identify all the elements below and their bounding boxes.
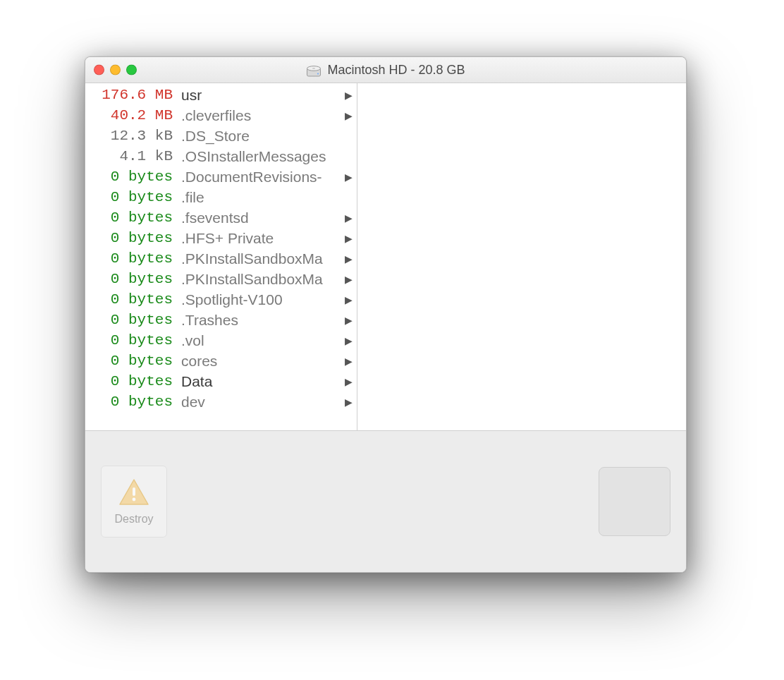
file-name: .PKInstallSandboxMa (181, 271, 343, 288)
expand-arrow-icon[interactable]: ▶ (343, 294, 353, 305)
file-row[interactable]: 0 bytes.PKInstallSandboxMa▶ (85, 248, 357, 269)
expand-arrow-icon[interactable]: ▶ (343, 356, 353, 367)
file-row[interactable]: 0 bytescores▶ (85, 351, 357, 371)
expand-arrow-icon[interactable]: ▶ (343, 212, 353, 224)
file-name: usr (181, 87, 343, 104)
detail-pane (357, 83, 686, 430)
file-row[interactable]: 0 bytes.Trashes▶ (85, 310, 357, 330)
window-title-wrap: Macintosh HD - 20.8 GB (306, 62, 465, 78)
destroy-button[interactable]: Destroy (101, 466, 167, 538)
expand-arrow-icon[interactable]: ▶ (343, 315, 353, 326)
file-size: 40.2 MB (87, 107, 181, 123)
file-row[interactable]: 0 bytes.Spotlight-V100▶ (85, 289, 357, 310)
svg-rect-4 (133, 487, 135, 496)
file-name: .fseventsd (181, 210, 343, 226)
app-window: Macintosh HD - 20.8 GB 176.6 MBusr▶40.2 … (85, 56, 687, 573)
expand-arrow-icon[interactable]: ▶ (343, 110, 353, 121)
file-name: cores (181, 353, 343, 370)
file-name: .DocumentRevisions- (181, 169, 343, 186)
file-row[interactable]: 0 bytes.PKInstallSandboxMa▶ (85, 269, 357, 289)
file-name: .vol (181, 332, 343, 349)
file-list-pane[interactable]: 176.6 MBusr▶40.2 MB.cleverfiles▶12.3 kB.… (85, 83, 357, 430)
file-name: dev (181, 394, 343, 411)
file-name: .Trashes (181, 312, 343, 329)
content-area: 176.6 MBusr▶40.2 MB.cleverfiles▶12.3 kB.… (85, 83, 686, 431)
file-size: 4.1 kB (87, 148, 181, 164)
file-name: .file (181, 189, 343, 206)
expand-arrow-icon[interactable]: ▶ (343, 171, 353, 183)
svg-point-3 (317, 73, 319, 75)
expand-arrow-icon[interactable]: ▶ (343, 396, 353, 408)
file-row[interactable]: 12.3 kB.DS_Store▶ (85, 126, 357, 146)
file-row[interactable]: 40.2 MB.cleverfiles▶ (85, 105, 357, 126)
close-button[interactable] (94, 65, 104, 75)
file-name: .DS_Store (181, 128, 343, 145)
expand-arrow-icon[interactable]: ▶ (343, 233, 353, 244)
expand-arrow-icon[interactable]: ▶ (343, 376, 353, 387)
preview-box[interactable] (599, 467, 670, 536)
file-size: 0 bytes (87, 169, 181, 185)
file-row[interactable]: 0 bytesData▶ (85, 371, 357, 391)
file-row[interactable]: 4.1 kB.OSInstallerMessages▶ (85, 146, 357, 166)
file-size: 0 bytes (87, 332, 181, 348)
file-row[interactable]: 0 bytes.file▶ (85, 187, 357, 207)
file-size: 0 bytes (87, 230, 181, 246)
file-size: 0 bytes (87, 250, 181, 267)
file-size: 0 bytes (87, 271, 181, 287)
file-row[interactable]: 0 bytes.vol▶ (85, 330, 357, 351)
file-name: .PKInstallSandboxMa (181, 250, 343, 267)
file-list: 176.6 MBusr▶40.2 MB.cleverfiles▶12.3 kB.… (85, 83, 357, 430)
file-name: .HFS+ Private (181, 230, 343, 247)
expand-arrow-icon[interactable]: ▶ (343, 274, 353, 285)
titlebar[interactable]: Macintosh HD - 20.8 GB (85, 57, 686, 83)
file-size: 0 bytes (87, 373, 181, 389)
file-name: .cleverfiles (181, 107, 343, 124)
file-name: .Spotlight-V100 (181, 291, 343, 308)
file-row[interactable]: 0 bytesdev▶ (85, 391, 357, 412)
file-size: 0 bytes (87, 312, 181, 328)
disk-icon (306, 62, 321, 78)
window-title: Macintosh HD - 20.8 GB (327, 63, 465, 78)
file-size: 0 bytes (87, 394, 181, 410)
destroy-label: Destroy (114, 513, 153, 526)
svg-point-2 (312, 68, 315, 69)
file-size: 0 bytes (87, 189, 181, 205)
file-size: 0 bytes (87, 210, 181, 226)
file-name: Data (181, 373, 343, 390)
zoom-button[interactable] (126, 65, 137, 75)
footer-toolbar: Destroy (85, 431, 686, 572)
file-row[interactable]: 0 bytes.fseventsd▶ (85, 207, 357, 228)
file-row[interactable]: 0 bytes.HFS+ Private▶ (85, 228, 357, 248)
traffic-lights (94, 65, 137, 75)
expand-arrow-icon[interactable]: ▶ (343, 335, 353, 346)
svg-point-5 (133, 498, 136, 502)
file-row[interactable]: 0 bytes.DocumentRevisions-▶ (85, 166, 357, 187)
file-size: 0 bytes (87, 291, 181, 308)
file-size: 0 bytes (87, 353, 181, 369)
warning-icon (118, 478, 150, 510)
file-size: 176.6 MB (87, 87, 181, 103)
expand-arrow-icon[interactable]: ▶ (343, 90, 353, 101)
minimize-button[interactable] (110, 65, 121, 75)
file-name: .OSInstallerMessages (181, 148, 343, 165)
expand-arrow-icon[interactable]: ▶ (343, 253, 353, 265)
file-row[interactable]: 176.6 MBusr▶ (85, 85, 357, 105)
file-size: 12.3 kB (87, 128, 181, 144)
